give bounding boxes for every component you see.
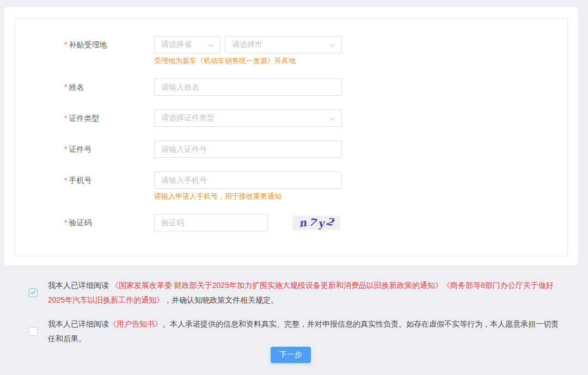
user-notice-agreement-row: 我本人已详细阅读《用户告知书》。本人承诺提供的信息和资料真实、完整，并对申报信息… bbox=[29, 317, 566, 346]
subsidy-location-hint: 受理地为新车《机动车销售统一发票》开具地 bbox=[154, 57, 383, 65]
name-field bbox=[154, 78, 383, 96]
agreement-prefix: 我本人已详细阅读 bbox=[48, 319, 109, 328]
policy-agreement-checkbox[interactable] bbox=[29, 288, 38, 297]
province-select[interactable]: 请选择省 bbox=[154, 36, 220, 53]
city-select-placeholder: 请选择市 bbox=[232, 40, 262, 50]
captcha-input[interactable] bbox=[154, 214, 268, 231]
agreement-suffix: ，并确认知晓政策文件相关规定。 bbox=[164, 296, 278, 304]
required-asterisk: * bbox=[64, 145, 67, 153]
form-row-phone: *手机号 请输入申请人手机号，用于接收重要通知 bbox=[64, 171, 567, 200]
form-row-id-type: *证件类型 请选择证件类型 bbox=[64, 109, 567, 127]
chevron-down-icon bbox=[209, 42, 214, 47]
label-text: 补贴受理地 bbox=[69, 40, 107, 49]
phone-hint: 请输入申请人手机号，用于接收重要通知 bbox=[154, 192, 383, 200]
subsidy-application-form: *补贴受理地 请选择省 请选择市 受理地为新车《机动车销售统一发票》开具地 bbox=[15, 19, 567, 231]
policy-agreement-row: 我本人已详细阅读 《国家发展改革委 财政部关于2025年加力扩围实施大规模设备更… bbox=[29, 278, 566, 308]
user-notice-agreement-text: 我本人已详细阅读《用户告知书》。本人承诺提供的信息和资料真实、完整，并对申报信息… bbox=[48, 317, 560, 346]
subsidy-location-label: *补贴受理地 bbox=[64, 36, 154, 65]
captcha-text: n7y2 bbox=[298, 217, 334, 228]
city-select[interactable]: 请选择市 bbox=[225, 36, 342, 53]
required-asterisk: * bbox=[64, 218, 67, 227]
required-asterisk: * bbox=[64, 114, 67, 122]
subsidy-location-fields: 请选择省 请选择市 受理地为新车《机动车销售统一发票》开具地 bbox=[154, 36, 383, 65]
label-text: 证件类型 bbox=[69, 114, 99, 122]
province-select-placeholder: 请选择省 bbox=[161, 40, 192, 50]
form-row-id-number: *证件号 bbox=[64, 140, 567, 158]
id-number-field bbox=[154, 140, 383, 158]
checkmark-icon bbox=[31, 290, 35, 294]
phone-field: 请输入申请人手机号，用于接收重要通知 bbox=[154, 171, 383, 200]
name-input[interactable] bbox=[154, 78, 342, 96]
required-asterisk: * bbox=[64, 83, 67, 91]
captcha-field: n7y2 bbox=[154, 214, 383, 231]
agreement-prefix: 我本人已详细阅读 bbox=[48, 281, 111, 290]
policy-agreement-text: 我本人已详细阅读 《国家发展改革委 财政部关于2025年加力扩围实施大规模设备更… bbox=[48, 278, 560, 308]
label-text: 姓名 bbox=[69, 83, 84, 91]
captcha-image[interactable]: n7y2 bbox=[292, 216, 340, 230]
phone-label: *手机号 bbox=[64, 171, 154, 200]
id-type-label: *证件类型 bbox=[64, 109, 154, 127]
name-label: *姓名 bbox=[64, 78, 154, 96]
id-number-label: *证件号 bbox=[64, 140, 154, 158]
form-card: *补贴受理地 请选择省 请选择市 受理地为新车《机动车销售统一发票》开具地 bbox=[4, 7, 578, 265]
form-row-captcha: *验证码 n7y2 bbox=[64, 214, 567, 231]
id-type-select-placeholder: 请选择证件类型 bbox=[161, 113, 215, 123]
required-asterisk: * bbox=[64, 40, 67, 49]
id-number-input[interactable] bbox=[154, 140, 342, 158]
next-step-button[interactable]: 下一步 bbox=[271, 347, 311, 363]
id-type-select[interactable]: 请选择证件类型 bbox=[154, 109, 342, 127]
chevron-down-icon bbox=[330, 115, 335, 121]
agreements-section: 我本人已详细阅读 《国家发展改革委 财政部关于2025年加力扩围实施大规模设备更… bbox=[0, 265, 588, 346]
user-notice-link[interactable]: 《用户告知书》 bbox=[109, 319, 162, 328]
label-text: 验证码 bbox=[69, 218, 91, 227]
form-row-subsidy-location: *补贴受理地 请选择省 请选择市 受理地为新车《机动车销售统一发票》开具地 bbox=[64, 36, 567, 65]
phone-input[interactable] bbox=[154, 171, 342, 189]
chevron-down-icon bbox=[330, 42, 335, 47]
label-text: 证件号 bbox=[69, 145, 91, 153]
user-notice-checkbox[interactable] bbox=[29, 327, 38, 336]
policy-notice-link-1[interactable]: 《国家发展改革委 财政部关于2025年加力扩围实施大规模设备更新和消费品以旧换新… bbox=[111, 281, 443, 290]
label-text: 手机号 bbox=[69, 176, 91, 185]
required-asterisk: * bbox=[64, 176, 67, 185]
id-type-field: 请选择证件类型 bbox=[154, 109, 383, 127]
form-row-name: *姓名 bbox=[64, 78, 567, 96]
form-section: *补贴受理地 请选择省 请选择市 受理地为新车《机动车销售统一发票》开具地 bbox=[15, 18, 568, 256]
captcha-label: *验证码 bbox=[64, 214, 154, 231]
